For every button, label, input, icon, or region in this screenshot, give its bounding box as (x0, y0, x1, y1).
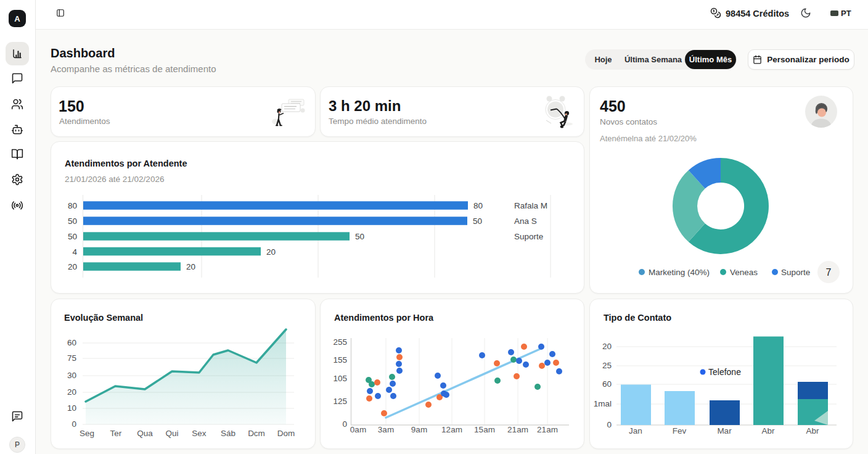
svg-text:Fev: Fev (673, 426, 687, 435)
svg-text:12am: 12am (441, 425, 462, 434)
svg-text:155: 155 (333, 355, 347, 365)
svg-text:1mal: 1mal (594, 399, 612, 408)
svg-text:20: 20 (68, 262, 77, 271)
svg-text:Qui: Qui (165, 429, 178, 438)
svg-text:7: 7 (826, 267, 832, 278)
svg-text:Sáb: Sáb (221, 429, 235, 438)
svg-text:Dom: Dom (277, 429, 295, 438)
svg-text:0: 0 (72, 419, 76, 429)
svg-text:255: 255 (333, 337, 347, 347)
svg-text:50: 50 (68, 217, 77, 226)
svg-text:125: 125 (333, 397, 347, 406)
svg-text:Sex: Sex (192, 429, 207, 438)
svg-text:20: 20 (186, 262, 195, 271)
svg-text:21am: 21am (537, 425, 558, 434)
svg-text:Suporte: Suporte (781, 268, 810, 277)
svg-text:105: 105 (333, 374, 347, 383)
svg-text:50: 50 (355, 232, 364, 241)
svg-text:20: 20 (266, 247, 276, 257)
svg-text:25: 25 (602, 361, 612, 370)
svg-text:60: 60 (67, 338, 76, 347)
svg-text:3am: 3am (378, 425, 394, 434)
svg-text:Veneas: Veneas (730, 268, 758, 277)
svg-text:Ter: Ter (110, 429, 122, 438)
svg-text:Rafala M: Rafala M (514, 201, 547, 210)
svg-text:50: 50 (473, 217, 482, 226)
svg-text:21am: 21am (507, 425, 528, 434)
svg-text:Abr: Abr (806, 426, 819, 435)
svg-text:9am: 9am (411, 425, 427, 434)
svg-text:Telefone: Telefone (708, 367, 741, 377)
svg-text:50: 50 (68, 232, 77, 241)
svg-text:0: 0 (342, 419, 347, 429)
svg-text:Ana S: Ana S (514, 217, 537, 226)
svg-text:Seg: Seg (80, 429, 94, 438)
svg-text:75: 75 (67, 353, 76, 363)
svg-text:15am: 15am (474, 425, 495, 434)
svg-text:Suporte: Suporte (514, 232, 543, 241)
svg-text:0: 0 (607, 420, 612, 429)
svg-text:20: 20 (67, 387, 76, 397)
svg-text:0am: 0am (350, 425, 366, 434)
svg-text:80: 80 (68, 201, 77, 210)
svg-text:Qua: Qua (137, 429, 153, 438)
svg-text:60: 60 (602, 379, 612, 389)
svg-text:20: 20 (602, 342, 612, 351)
svg-text:80: 80 (473, 201, 483, 210)
svg-text:Marketing (40%): Marketing (40%) (649, 268, 710, 277)
svg-text:10: 10 (67, 403, 76, 413)
svg-text:30: 30 (67, 371, 76, 380)
svg-text:Jan: Jan (629, 426, 642, 435)
svg-text:Abr: Abr (761, 426, 775, 435)
svg-text:4: 4 (72, 247, 77, 257)
svg-text:Mar: Mar (717, 426, 732, 435)
svg-text:Dcm: Dcm (248, 429, 265, 438)
